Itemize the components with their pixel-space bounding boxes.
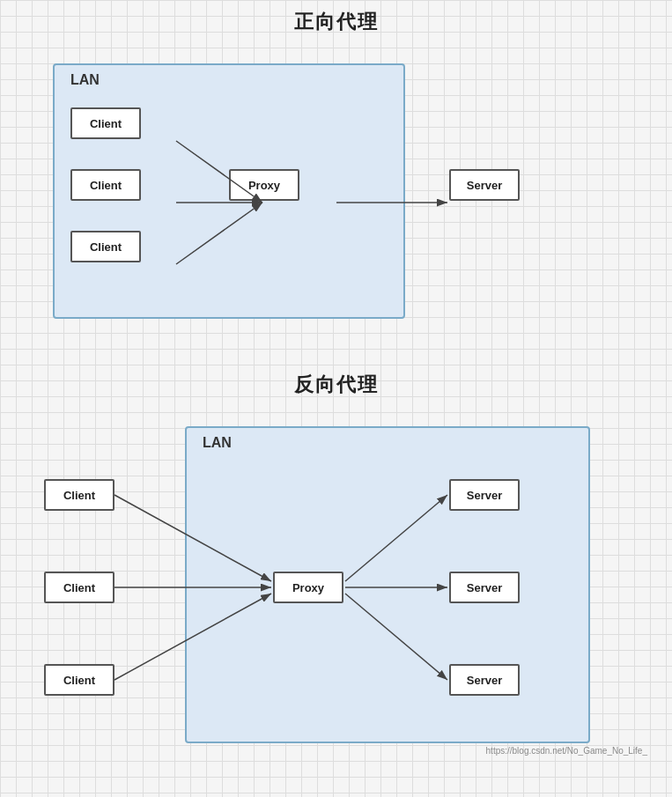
reverse-server3: Server bbox=[449, 664, 520, 696]
reverse-proxy-diagram: LAN Client Client Client Proxy Server Se… bbox=[18, 409, 654, 761]
forward-client1: Client bbox=[70, 107, 141, 139]
reverse-server2: Server bbox=[449, 572, 520, 603]
reverse-lan-label: LAN bbox=[203, 435, 232, 451]
forward-proxy-section: 正向代理 LAN Client Client Client Proxy Serv… bbox=[18, 9, 654, 345]
reverse-client3: Client bbox=[44, 664, 114, 696]
forward-lan-label: LAN bbox=[70, 72, 100, 88]
reverse-proxy-title: 反向代理 bbox=[18, 372, 654, 398]
reverse-client2: Client bbox=[44, 572, 114, 603]
forward-client2: Client bbox=[70, 169, 141, 201]
reverse-client1: Client bbox=[44, 479, 114, 511]
forward-server: Server bbox=[449, 169, 520, 201]
reverse-lan-box: LAN bbox=[185, 426, 590, 743]
forward-client3: Client bbox=[70, 231, 141, 262]
reverse-proxy-node: Proxy bbox=[273, 572, 343, 603]
reverse-proxy-section: 反向代理 LAN Client Client Client Proxy Serv… bbox=[18, 372, 654, 761]
forward-proxy-diagram: LAN Client Client Client Proxy Server bbox=[18, 46, 654, 345]
forward-proxy-node: Proxy bbox=[229, 169, 299, 201]
reverse-server1: Server bbox=[449, 479, 520, 511]
forward-proxy-title: 正向代理 bbox=[18, 9, 654, 35]
watermark: https://blog.csdn.net/No_Game_No_Life_ bbox=[486, 746, 647, 756]
